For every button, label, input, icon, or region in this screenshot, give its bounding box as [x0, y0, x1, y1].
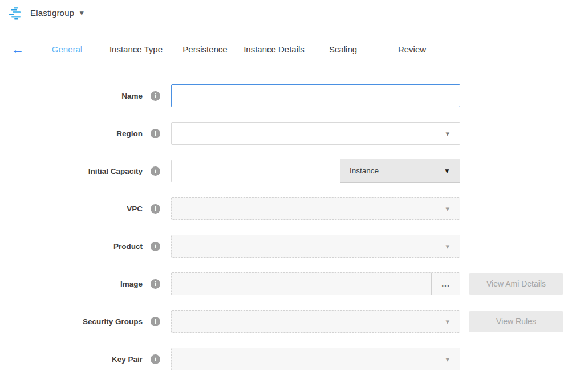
view-rules-button[interactable]: View Rules	[469, 311, 563, 332]
name-input[interactable]	[171, 84, 460, 107]
tab-review[interactable]: Review	[378, 44, 447, 54]
product-select: ▾	[171, 235, 460, 258]
wizard-tab-bar: ← General Instance Type Persistence Inst…	[0, 26, 584, 72]
app-header: Elastigroup ▼	[0, 0, 584, 26]
chevron-down-icon: ▾	[445, 356, 449, 363]
chevron-down-icon: ▾	[445, 205, 449, 213]
vpc-info-icon[interactable]: i	[151, 204, 160, 214]
elastigroup-logo-icon	[9, 6, 23, 20]
wizard-tabs: General Instance Type Persistence Instan…	[33, 44, 447, 54]
product-label: Product	[0, 242, 143, 251]
region-info-icon[interactable]: i	[151, 129, 160, 138]
initial-capacity-input[interactable]	[171, 160, 340, 182]
capacity-unit-value: Instance	[350, 166, 379, 175]
product-row: Product i ▾	[0, 235, 584, 258]
key-pair-info-icon[interactable]: i	[151, 354, 160, 364]
image-label: Image	[0, 280, 143, 288]
image-value	[172, 273, 431, 295]
security-groups-select: ▾	[171, 310, 460, 333]
name-row: Name i	[0, 84, 584, 107]
security-groups-info-icon[interactable]: i	[151, 317, 160, 326]
security-groups-label: Security Groups	[0, 317, 143, 326]
security-groups-row: Security Groups i ▾ View Rules	[0, 310, 584, 333]
view-ami-details-button[interactable]: View Ami Details	[469, 273, 563, 295]
product-info-icon[interactable]: i	[151, 242, 160, 251]
region-label: Region	[0, 129, 143, 138]
name-label: Name	[0, 92, 143, 100]
vpc-row: VPC i ▾	[0, 197, 584, 220]
chevron-down-icon: ▼	[444, 168, 451, 174]
tab-scaling[interactable]: Scaling	[309, 44, 378, 54]
tab-general[interactable]: General	[33, 44, 102, 54]
capacity-unit-select[interactable]: Instance ▼	[340, 159, 460, 183]
tab-persistence[interactable]: Persistence	[171, 44, 240, 54]
image-browse-button[interactable]: ...	[432, 273, 460, 295]
key-pair-select: ▾	[171, 348, 460, 370]
chevron-down-icon: ▾	[445, 243, 449, 250]
region-row: Region i ▾	[0, 122, 584, 145]
initial-capacity-info-icon[interactable]: i	[151, 166, 160, 176]
initial-capacity-row: Initial Capacity i Instance ▼	[0, 160, 584, 182]
vpc-select: ▾	[171, 197, 460, 220]
image-info-icon[interactable]: i	[151, 279, 160, 289]
app-title[interactable]: Elastigroup	[30, 8, 74, 18]
chevron-down-icon: ▾	[445, 130, 449, 137]
name-info-icon[interactable]: i	[151, 91, 160, 101]
initial-capacity-label: Initial Capacity	[0, 167, 143, 175]
image-picker: ...	[171, 272, 460, 295]
back-arrow-icon[interactable]: ←	[11, 43, 24, 56]
app-switcher-caret-icon[interactable]: ▼	[78, 9, 85, 17]
general-settings-form: Name i Region i ▾ Initial Capacity i Ins…	[0, 72, 584, 370]
image-row: Image i ... View Ami Details	[0, 272, 584, 295]
region-select[interactable]: ▾	[171, 122, 460, 145]
tab-instance-details[interactable]: Instance Details	[240, 44, 309, 54]
key-pair-label: Key Pair	[0, 355, 143, 364]
chevron-down-icon: ▾	[445, 318, 449, 325]
vpc-label: VPC	[0, 205, 143, 213]
tab-instance-type[interactable]: Instance Type	[102, 44, 171, 54]
key-pair-row: Key Pair i ▾	[0, 348, 584, 370]
